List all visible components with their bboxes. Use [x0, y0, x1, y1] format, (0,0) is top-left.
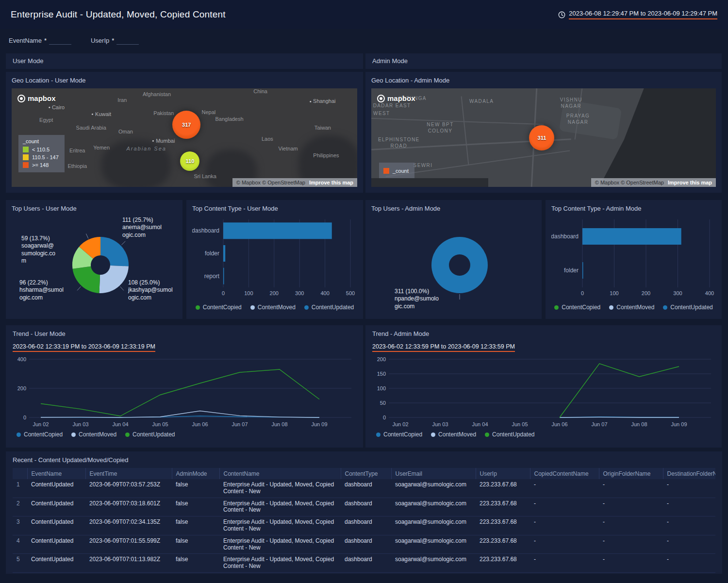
bar[interactable] — [223, 245, 225, 262]
x-axis-label: Jun 03 — [72, 421, 88, 427]
svg-text:400: 400 — [705, 290, 714, 296]
donut-chart-top-users-admin[interactable]: 311 (100.0%) npande@sumolo gic.com — [371, 217, 536, 316]
table-cell: 223.233.67.68 — [476, 535, 530, 554]
column-header[interactable]: EventName — [27, 468, 85, 479]
userip-input[interactable] — [116, 37, 139, 45]
map-bubble[interactable]: 110 — [180, 151, 199, 171]
column-header[interactable]: OriginFolderName — [599, 468, 663, 479]
donut-chart-top-users-user[interactable]: 111 (25.7%) anema@sumol ogic.com59 (13.7… — [12, 217, 177, 316]
map-label: Shanghai — [310, 98, 336, 104]
table-cell: false — [172, 498, 219, 516]
table-cell: soagarwal@sumologic.com — [391, 516, 476, 535]
table-cell: ContentUpdated — [27, 479, 85, 498]
table-row[interactable]: 5ContentUpdated2023-06-09T07:01:13.982Zf… — [13, 554, 715, 573]
x-axis-label: Jun 06 — [192, 421, 208, 427]
x-axis-label: Jun 08 — [631, 421, 647, 427]
map-bubble[interactable]: 317 — [172, 111, 200, 139]
legend-dot — [485, 433, 489, 437]
bar-chart-top-content-user[interactable]: 0100200300400500dashboardfolderreport — [192, 217, 357, 302]
table-cell: - — [663, 535, 715, 554]
map-user-mode[interactable]: mapbox _count< 110.5110.5 - 147>= 148 © … — [12, 88, 357, 187]
panel-title: Top Users - Admin Mode — [371, 205, 536, 213]
improve-map-link[interactable]: Improve this map — [309, 180, 353, 185]
trend-time-range[interactable]: 2023-06-02 12:33:19 PM to 2023-06-09 12:… — [13, 343, 155, 352]
page-title: Enterprise Audit - Updated, Moved, Copie… — [11, 9, 226, 20]
improve-map-link[interactable]: Improve this map — [668, 180, 712, 185]
mapbox-logo[interactable]: mapbox — [17, 94, 56, 102]
svg-text:0: 0 — [581, 290, 584, 296]
eventname-input[interactable] — [49, 37, 71, 45]
legend-item: ContentCopied — [17, 431, 63, 438]
column-header[interactable]: DestinationFolderName — [663, 468, 715, 479]
map-label: SEWRI — [414, 162, 433, 168]
x-axis-label: Jun 08 — [271, 421, 287, 427]
svg-text:300: 300 — [673, 290, 682, 296]
bar[interactable] — [582, 228, 681, 245]
table-row[interactable]: 4ContentUpdated2023-06-09T07:01:55.599Zf… — [13, 535, 715, 554]
required-asterisk: * — [44, 37, 47, 44]
legend-dot — [71, 433, 76, 437]
map-label: NEW BPT COLONY — [427, 121, 453, 134]
legend-item: ContentUpdated — [663, 304, 712, 311]
bar-chart-top-content-admin[interactable]: 0100200300400dashboardfolder — [551, 217, 716, 302]
trend-line[interactable] — [560, 364, 679, 417]
time-range-control[interactable]: 2023-06-08 12:29:47 PM to 2023-06-09 12:… — [558, 10, 717, 19]
panel-geo-admin: Geo Location - Admin Mode mapbox _c — [365, 72, 722, 193]
trend-line[interactable] — [560, 417, 679, 417]
svg-text:0: 0 — [383, 415, 386, 420]
map-label: China — [253, 88, 267, 95]
trend-line[interactable] — [41, 369, 319, 416]
column-header[interactable]: ContentName — [219, 468, 341, 479]
table-cell: - — [599, 535, 663, 554]
bar[interactable] — [223, 268, 224, 284]
table-row[interactable]: 1ContentUpdated2023-06-09T07:03:57.253Zf… — [13, 479, 715, 498]
trend-time-range[interactable]: 2023-06-02 12:33:59 PM to 2023-06-09 12:… — [372, 343, 515, 352]
panel-title: Geo Location - User Mode — [12, 77, 357, 84]
column-header[interactable]: ContentType — [341, 468, 391, 479]
map-label: Cairo — [49, 103, 65, 110]
column-header[interactable]: UserIp — [476, 468, 530, 479]
legend-item: ContentUpdated — [485, 431, 534, 438]
table-cell: - — [599, 479, 663, 498]
legend-dot — [609, 305, 613, 310]
column-header[interactable]: CopiedContentName — [530, 468, 599, 479]
table-row[interactable]: 3ContentUpdated2023-06-09T07:02:34.135Zf… — [13, 516, 715, 535]
row-index: 3 — [13, 516, 27, 535]
x-axis-label: Jun 02 — [392, 421, 408, 427]
map-admin-mode[interactable]: mapbox _count © Mapbox © OpenStreetMap I… — [371, 88, 716, 187]
map-water — [371, 178, 488, 187]
row-index: 4 — [13, 535, 27, 554]
table-cell: dashboard — [341, 516, 391, 535]
legend-dot — [196, 305, 200, 310]
map-label: Pakistan — [153, 110, 174, 117]
column-header[interactable]: EventTime — [85, 468, 172, 479]
map-label: Sri Lanka — [194, 173, 216, 180]
table-cell: 223.233.67.68 — [476, 498, 530, 516]
map-label: Saudi Arabia — [76, 124, 106, 131]
x-axis-label: Jun 05 — [152, 421, 168, 427]
map-label: Kuwait — [92, 111, 111, 117]
map-label: VISHNU NAGAR — [560, 97, 582, 109]
column-header[interactable]: AdminMode — [172, 468, 219, 479]
line-chart-trend-user[interactable]: 0200400Jun 02Jun 03Jun 04Jun 05Jun 06Jun… — [13, 356, 356, 429]
bar[interactable] — [223, 222, 332, 239]
pie-label: 96 (22.2%) hsharma@sumol ogic.com — [19, 279, 64, 301]
svg-text:400: 400 — [17, 356, 26, 362]
map-label: Taiwan — [314, 124, 331, 131]
bar[interactable] — [582, 262, 583, 279]
line-chart-trend-admin[interactable]: 050100150200Jun 02Jun 03Jun 04Jun 05Jun … — [372, 356, 715, 429]
svg-text:200: 200 — [270, 290, 279, 296]
panel-top-users-admin: Top Users - Admin Mode 311 (100.0%) npan… — [365, 200, 542, 319]
bar-category-label: report — [204, 273, 220, 280]
column-header-index — [13, 468, 27, 479]
column-header[interactable]: UserEmail — [391, 468, 476, 479]
panel-geo-user: Geo Location - User Mode mapbox _count< … — [6, 72, 363, 193]
table-cell: - — [599, 498, 663, 516]
map-label: Laos — [262, 135, 273, 142]
filter-bar: EventName * UserIp * — [0, 29, 728, 53]
table-row[interactable]: 2ContentUpdated2023-06-09T07:03:18.601Zf… — [13, 498, 715, 516]
legend-item: ContentMoved — [609, 304, 654, 311]
pie-leader-line — [121, 241, 125, 245]
map-bubble[interactable]: 311 — [529, 125, 554, 150]
mapbox-logo[interactable]: mapbox — [377, 94, 415, 102]
